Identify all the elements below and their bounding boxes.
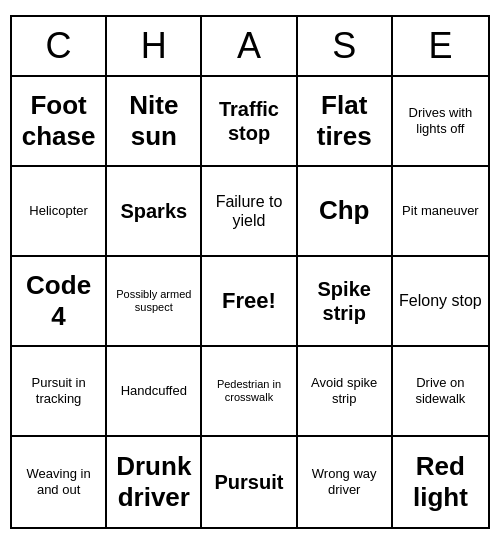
cell-text-9: Pit maneuver	[402, 203, 479, 219]
bingo-cell-3: Flat tires	[298, 77, 393, 167]
bingo-header: CHASE	[12, 17, 488, 77]
bingo-cell-6: Sparks	[107, 167, 202, 257]
bingo-cell-23: Wrong way driver	[298, 437, 393, 527]
cell-text-3: Flat tires	[302, 90, 387, 152]
header-letter-C: C	[12, 17, 107, 75]
bingo-cell-13: Spike strip	[298, 257, 393, 347]
cell-text-20: Weaving in and out	[16, 466, 101, 497]
cell-text-23: Wrong way driver	[302, 466, 387, 497]
cell-text-12: Free!	[222, 288, 276, 314]
bingo-cell-11: Possibly armed suspect	[107, 257, 202, 347]
cell-text-4: Drives with lights off	[397, 105, 484, 136]
bingo-card: CHASE Foot chaseNite sunTraffic stopFlat…	[10, 15, 490, 529]
bingo-cell-10: Code 4	[12, 257, 107, 347]
bingo-cell-15: Pursuit in tracking	[12, 347, 107, 437]
cell-text-11: Possibly armed suspect	[111, 288, 196, 314]
bingo-cell-18: Avoid spike strip	[298, 347, 393, 437]
cell-text-10: Code 4	[16, 270, 101, 332]
cell-text-13: Spike strip	[302, 277, 387, 325]
cell-text-15: Pursuit in tracking	[16, 375, 101, 406]
bingo-cell-24: Red light	[393, 437, 488, 527]
cell-text-0: Foot chase	[16, 90, 101, 152]
header-letter-E: E	[393, 17, 488, 75]
bingo-cell-20: Weaving in and out	[12, 437, 107, 527]
cell-text-7: Failure to yield	[206, 192, 291, 230]
cell-text-18: Avoid spike strip	[302, 375, 387, 406]
bingo-cell-14: Felony stop	[393, 257, 488, 347]
cell-text-6: Sparks	[120, 199, 187, 223]
header-letter-S: S	[298, 17, 393, 75]
bingo-cell-0: Foot chase	[12, 77, 107, 167]
cell-text-8: Chp	[319, 195, 370, 226]
cell-text-19: Drive on sidewalk	[397, 375, 484, 406]
bingo-cell-12: Free!	[202, 257, 297, 347]
cell-text-17: Pedestrian in crosswalk	[206, 378, 291, 404]
header-letter-A: A	[202, 17, 297, 75]
bingo-cell-21: Drunk driver	[107, 437, 202, 527]
bingo-cell-9: Pit maneuver	[393, 167, 488, 257]
header-letter-H: H	[107, 17, 202, 75]
cell-text-16: Handcuffed	[121, 383, 187, 399]
bingo-cell-22: Pursuit	[202, 437, 297, 527]
bingo-cell-2: Traffic stop	[202, 77, 297, 167]
bingo-grid: Foot chaseNite sunTraffic stopFlat tires…	[12, 77, 488, 527]
cell-text-5: Helicopter	[29, 203, 88, 219]
bingo-cell-8: Chp	[298, 167, 393, 257]
bingo-cell-17: Pedestrian in crosswalk	[202, 347, 297, 437]
cell-text-21: Drunk driver	[111, 451, 196, 513]
bingo-cell-19: Drive on sidewalk	[393, 347, 488, 437]
bingo-cell-5: Helicopter	[12, 167, 107, 257]
bingo-cell-4: Drives with lights off	[393, 77, 488, 167]
cell-text-2: Traffic stop	[206, 97, 291, 145]
bingo-cell-7: Failure to yield	[202, 167, 297, 257]
bingo-cell-16: Handcuffed	[107, 347, 202, 437]
bingo-cell-1: Nite sun	[107, 77, 202, 167]
cell-text-14: Felony stop	[399, 291, 482, 310]
cell-text-1: Nite sun	[111, 90, 196, 152]
cell-text-24: Red light	[397, 451, 484, 513]
cell-text-22: Pursuit	[215, 470, 284, 494]
